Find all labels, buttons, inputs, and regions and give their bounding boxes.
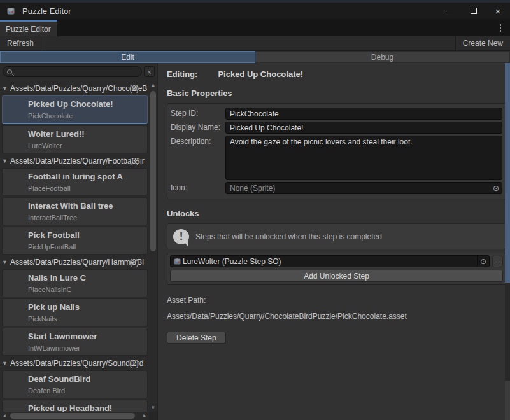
search-field[interactable] bbox=[3, 66, 142, 77]
unlocked-steps-box: LureWolter (Puzzle Step SO) ⊙ – Add Unlo… bbox=[167, 253, 506, 285]
puzzle-step-item[interactable]: Deaf SoundBirdDeafen Bird bbox=[2, 370, 148, 398]
scroll-left-icon[interactable]: ◄ bbox=[0, 413, 8, 419]
scriptable-object-icon bbox=[173, 257, 181, 265]
description-row: Description: Avoid the gaze of the picni… bbox=[171, 136, 502, 180]
scroll-right-icon[interactable]: ► bbox=[141, 413, 149, 419]
tab-puzzle-editor[interactable]: Puzzle Editor bbox=[0, 20, 57, 36]
asset-path-value: Assets/Data/Puzzles/Quarry/ChocolateBird… bbox=[167, 312, 506, 321]
foldout-icon[interactable]: ▼ bbox=[2, 158, 8, 164]
scrollbar-thumb[interactable] bbox=[505, 63, 510, 283]
puzzle-step-item[interactable]: Nails In Lure CPlaceNailsinC bbox=[2, 269, 148, 297]
group-header[interactable]: ▼Assets/Data/Puzzles/Quarry/ChocolateB(2… bbox=[0, 82, 149, 94]
editor-tab-strip: Puzzle Editor bbox=[0, 19, 510, 36]
group-header[interactable]: ▼Assets/Data/Puzzles/Quarry/SoundBird(2) bbox=[0, 357, 149, 369]
object-picker-icon[interactable]: ⊙ bbox=[490, 183, 502, 193]
unlocks-help-box: ! Steps that will be unlocked when this … bbox=[167, 223, 506, 249]
minimize-button[interactable] bbox=[437, 3, 462, 19]
unlocks-title: Unlocks bbox=[167, 209, 506, 218]
puzzle-step-item[interactable]: Start LawnmowerIntWLawnmower bbox=[2, 328, 148, 356]
step-title: Start Lawnmower bbox=[28, 332, 145, 341]
group-header[interactable]: ▼Assets/Data/Puzzles/Quarry/FootballBir(… bbox=[0, 155, 149, 167]
group-path: Assets/Data/Puzzles/Quarry/SoundBird bbox=[10, 359, 149, 368]
info-icon: ! bbox=[173, 229, 189, 244]
scrollbar-thumb[interactable] bbox=[10, 413, 135, 419]
search-icon bbox=[7, 69, 12, 74]
unlocked-step-row: LureWolter (Puzzle Step SO) ⊙ – bbox=[170, 255, 503, 267]
puzzle-step-item[interactable]: Pick up NailsPickNails bbox=[2, 298, 148, 326]
object-picker-icon[interactable]: ⊙ bbox=[477, 256, 489, 267]
step-title: Nails In Lure C bbox=[28, 273, 145, 283]
window-vertical-scrollbar[interactable] bbox=[505, 63, 510, 420]
mode-tab-bar: Edit Debug bbox=[0, 51, 510, 63]
step-id-text: PickChocolate bbox=[28, 112, 145, 120]
group-count-badge: (2) bbox=[129, 359, 139, 368]
display-name-label: Display Name: bbox=[171, 122, 225, 134]
step-id-text: PlaceFootball bbox=[28, 185, 145, 192]
foldout-icon[interactable]: ▼ bbox=[2, 360, 8, 367]
icon-row: Icon: None (Sprite) ⊙ bbox=[171, 182, 502, 194]
step-title: Picked up Headband! bbox=[28, 403, 145, 412]
step-id-text: InteractBallTree bbox=[28, 214, 145, 221]
step-title: Picked Up Chocolate! bbox=[28, 99, 145, 109]
step-id-row: Step ID: bbox=[171, 108, 502, 120]
display-name-input[interactable] bbox=[225, 122, 502, 134]
step-id-text: PickNails bbox=[28, 315, 145, 323]
tab-debug[interactable]: Debug bbox=[255, 51, 510, 63]
tab-edit[interactable]: Edit bbox=[0, 51, 255, 63]
search-input[interactable] bbox=[12, 67, 141, 76]
create-new-button[interactable]: Create New bbox=[456, 36, 510, 50]
scroll-down-icon[interactable]: ▼ bbox=[149, 403, 157, 412]
foldout-icon[interactable]: ▼ bbox=[2, 259, 8, 265]
delete-step-button[interactable]: Delete Step bbox=[167, 332, 226, 344]
description-input[interactable]: Avoid the gaze of the picnic lovers and … bbox=[225, 136, 502, 180]
step-id-text: IntWLawnmower bbox=[28, 344, 145, 352]
maximize-button[interactable] bbox=[462, 3, 486, 19]
group-path: Assets/Data/Puzzles/Quarry/ChocolateB bbox=[10, 84, 149, 93]
editing-step-name: Picked Up Chocolate! bbox=[218, 69, 303, 79]
editing-label: Editing: bbox=[167, 69, 197, 79]
group-count-badge: (3) bbox=[129, 157, 139, 165]
scrollbar-thumb[interactable] bbox=[150, 91, 156, 251]
add-unlocked-step-button[interactable]: Add Unlocked Step bbox=[170, 270, 503, 282]
puzzle-step-item[interactable]: Picked up Headband! bbox=[2, 400, 148, 412]
foldout-icon[interactable]: ▼ bbox=[2, 85, 8, 92]
kebab-menu-icon[interactable] bbox=[496, 24, 505, 32]
display-name-row: Display Name: bbox=[171, 122, 502, 134]
maximize-icon bbox=[471, 8, 477, 14]
group-header[interactable]: ▼Assets/Data/Puzzles/Quarry/HammerBi(3) bbox=[0, 256, 149, 268]
description-label: Description: bbox=[171, 136, 225, 180]
unlocked-step-name: LureWolter (Puzzle Step SO) bbox=[181, 257, 477, 266]
window-title: Puzzle Editor bbox=[22, 6, 71, 16]
sidebar-vertical-scrollbar[interactable]: ▲ ▼ bbox=[149, 81, 157, 412]
puzzle-step-item[interactable]: Pick FootballPickUpFootBall bbox=[2, 227, 148, 255]
basic-properties-box: Step ID: Display Name: Description: Avoi… bbox=[167, 103, 506, 199]
unlocked-step-object-field[interactable]: LureWolter (Puzzle Step SO) ⊙ bbox=[170, 255, 490, 267]
puzzle-step-item[interactable]: Football in luring spot APlaceFootball bbox=[2, 168, 148, 196]
puzzle-step-item[interactable]: Interact With Ball treeInteractBallTree bbox=[2, 197, 148, 225]
step-title: Pick Football bbox=[28, 230, 145, 240]
step-id-input[interactable] bbox=[225, 108, 502, 120]
step-id-text: LureWolter bbox=[28, 142, 145, 150]
puzzle-editor-window: Puzzle Editor × Puzzle Editor Refresh Cr… bbox=[0, 0, 510, 420]
title-bar: Puzzle Editor × bbox=[0, 3, 510, 19]
step-id-text: PickUpFootBall bbox=[28, 243, 145, 251]
puzzle-step-item[interactable]: Picked Up Chocolate!PickChocolate bbox=[2, 95, 148, 124]
remove-unlocked-step-button[interactable]: – bbox=[492, 256, 503, 267]
scroll-up-icon[interactable]: ▲ bbox=[149, 81, 157, 89]
search-clear-button[interactable]: × bbox=[144, 66, 155, 77]
asset-path-label: Asset Path: bbox=[167, 296, 506, 305]
group-path: Assets/Data/Puzzles/Quarry/HammerBi bbox=[10, 258, 149, 267]
sidebar-horizontal-scrollbar[interactable]: ◄ ► bbox=[0, 412, 149, 420]
search-row: × bbox=[3, 66, 155, 77]
step-title: Wolter Lured!! bbox=[28, 129, 145, 139]
refresh-button[interactable]: Refresh bbox=[0, 36, 41, 50]
step-editor-pane: Editing: Picked Up Chocolate! Basic Prop… bbox=[158, 63, 510, 420]
sidebar: × ▼Assets/Data/Puzzles/Quarry/ChocolateB… bbox=[0, 63, 158, 420]
icon-object-field[interactable]: None (Sprite) ⊙ bbox=[225, 182, 502, 194]
main-area: × ▼Assets/Data/Puzzles/Quarry/ChocolateB… bbox=[0, 63, 510, 420]
close-button[interactable]: × bbox=[486, 3, 510, 19]
puzzle-step-list: ▼Assets/Data/Puzzles/Quarry/ChocolateB(2… bbox=[0, 81, 149, 412]
icon-label: Icon: bbox=[171, 182, 225, 194]
basic-properties-title: Basic Properties bbox=[167, 88, 506, 98]
puzzle-step-item[interactable]: Wolter Lured!!LureWolter bbox=[2, 125, 148, 153]
